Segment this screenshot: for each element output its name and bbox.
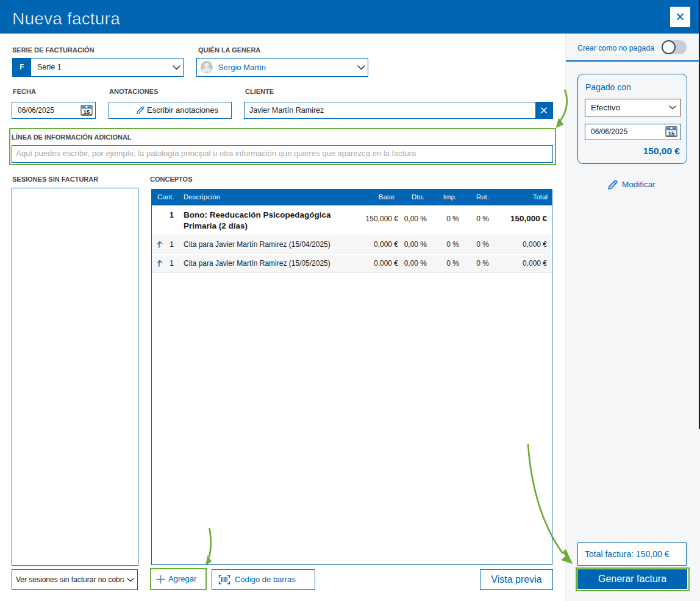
svg-text:15: 15	[668, 130, 675, 137]
svg-text:15: 15	[84, 108, 90, 115]
